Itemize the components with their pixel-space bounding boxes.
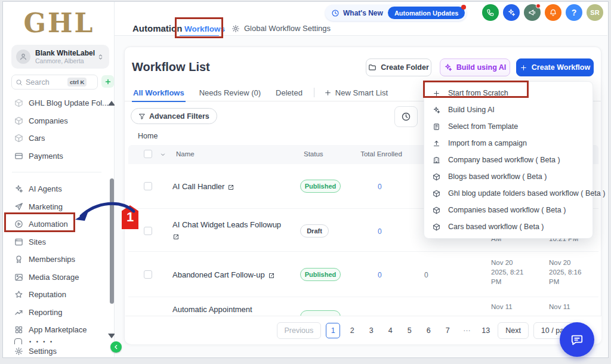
menu-item-cars-based-workflow[interactable]: Cars based workflow ( Beta ) (424, 218, 593, 235)
create-folder-button[interactable]: Create Folder (366, 58, 431, 76)
funnel-icon (138, 112, 146, 121)
menu-item-ghl-blog-folders-workflow[interactable]: Ghl blog update folders based workflow (… (424, 185, 593, 202)
notification-dot (461, 5, 466, 10)
sidebar-item-settings[interactable]: Settings (4, 343, 110, 360)
topbar: Automation Workflows Global Workflow Set… (115, 2, 607, 36)
page-number[interactable]: 6 (421, 323, 436, 338)
sidebar-item-ai-agents[interactable]: AI Agents (4, 180, 110, 198)
automation-updates-badge[interactable]: Automation Updates (388, 7, 465, 19)
page-number[interactable]: 1 (326, 323, 340, 338)
workflow-name[interactable]: Abandoned Cart Follow-up (172, 270, 265, 279)
menu-item-companies-based-workflow[interactable]: Companies based workflow ( Beta ) (424, 202, 593, 218)
tabs-divider (314, 88, 314, 97)
sidebar-item-memberships[interactable]: Memberships (4, 251, 110, 269)
chat-fab-button[interactable] (560, 322, 594, 357)
created-date: Nov 11 (491, 302, 513, 311)
history-button[interactable] (394, 106, 418, 127)
col-name: Name (176, 150, 195, 158)
page-number[interactable]: 5 (402, 323, 416, 338)
cube-icon (433, 190, 448, 198)
col-enrolled: Total Enrolled (357, 150, 405, 158)
status-badge: Draft (300, 224, 329, 237)
search-box[interactable]: ctrl K (11, 75, 98, 90)
brand-logo: GHL (4, 8, 115, 38)
sidebar-item-reputation[interactable]: Reputation (4, 286, 110, 304)
tab-all-workflows[interactable]: All Workflows (133, 88, 184, 97)
notifications-button[interactable] (545, 4, 561, 21)
menu-item-blogs-based-workflow[interactable]: Blogs based workflow ( Beta ) (424, 168, 593, 185)
user-avatar[interactable]: SR (587, 4, 603, 21)
announcements-button[interactable] (524, 4, 541, 21)
sidebar-item-reporting[interactable]: Reporting (4, 304, 110, 322)
select-all-checkbox[interactable] (144, 150, 152, 158)
status-badge: Published (300, 268, 341, 281)
whats-new-pill[interactable]: What's New Automation Updates (325, 5, 467, 21)
status-badge: Published (300, 180, 341, 193)
sidebar-item-app-marketplace[interactable]: App Marketplace (4, 321, 110, 339)
search-input[interactable] (26, 78, 67, 87)
previous-page-button[interactable]: Previous (277, 322, 322, 339)
page-title: Workflow List (132, 60, 210, 74)
gear-icon (232, 24, 240, 33)
next-page-button[interactable]: Next (498, 322, 529, 339)
page-number[interactable]: 13 (479, 323, 493, 338)
menu-item-company-based-workflow[interactable]: Company based workflow ( Beta ) (424, 152, 593, 168)
new-smart-list-button[interactable]: New Smart List (324, 88, 388, 97)
row-checkbox[interactable] (144, 270, 152, 279)
sidebar-collapse-button[interactable] (110, 341, 122, 353)
page-number[interactable]: 4 (383, 323, 397, 338)
menu-item-start-from-scratch[interactable]: Start from Scratch (424, 85, 593, 101)
build-using-ai-button[interactable]: Build using AI (440, 58, 510, 76)
sidebar-item-ghl-blog-update-folder[interactable]: GHL Blog Update Fol... (4, 94, 110, 112)
ai-sparkle-button[interactable] (503, 4, 520, 21)
grid-icon (14, 325, 29, 334)
menu-item-build-using-ai[interactable]: Build Using AI (424, 101, 593, 118)
phone-button[interactable] (482, 4, 499, 21)
workflow-name[interactable]: AI Call Handler (172, 182, 224, 191)
page-number[interactable]: 7 (440, 323, 455, 338)
table-row[interactable]: Abandoned Cart Follow-up Published 0 0 N… (128, 251, 598, 297)
external-link-icon[interactable] (268, 270, 275, 279)
image-icon (14, 273, 29, 282)
account-switcher[interactable]: Blank WhiteLabel Canmore, Alberta (11, 45, 109, 69)
menu-item-import-from-campaign[interactable]: Import from a campaign (424, 135, 593, 152)
sidebar-divider (12, 172, 101, 172)
sidebar-nav: GHL Blog Update Fol... Companies Cars Pa… (4, 94, 110, 339)
chevron-down-icon[interactable] (159, 150, 166, 158)
sidebar-item-payments[interactable]: Payments (4, 147, 110, 165)
page-number[interactable]: 2 (345, 323, 359, 338)
template-icon (433, 123, 448, 131)
chevron-updown-icon (97, 51, 104, 62)
sidebar-item-cars[interactable]: Cars (4, 129, 110, 147)
advanced-filters-button[interactable]: Advanced Filters (131, 108, 217, 124)
sidebar-scrollbar[interactable] (110, 178, 114, 304)
building-icon (433, 156, 448, 164)
tab-workflows[interactable]: Workflows (184, 24, 225, 33)
table-row[interactable]: Automatic Appointment Nov 11 Nov 11 (128, 297, 598, 316)
sidebar-item-marketing[interactable]: Marketing (4, 198, 110, 216)
row-checkbox[interactable] (144, 182, 152, 190)
cube-icon (433, 223, 448, 231)
sidebar-item-companies[interactable]: Companies (4, 112, 110, 130)
account-avatar-icon (16, 50, 30, 64)
tab-deleted[interactable]: Deleted (276, 88, 303, 97)
sidebar-item-automation[interactable]: Automation (4, 215, 110, 233)
external-link-icon[interactable] (172, 232, 180, 240)
row-checkbox[interactable] (144, 227, 152, 235)
page-number[interactable]: 3 (364, 323, 378, 338)
sidebar-item-sites[interactable]: Sites (4, 233, 110, 251)
quick-add-button[interactable] (101, 75, 114, 88)
tab-needs-review[interactable]: Needs Review (0) (199, 88, 261, 97)
menu-item-select-from-template[interactable]: Select from Template (424, 118, 593, 135)
star-icon (14, 290, 29, 299)
workflow-name[interactable]: Automatic Appointment (172, 305, 252, 314)
create-workflow-dropdown: Start from Scratch Build Using AI Select… (424, 81, 593, 239)
help-button[interactable]: ? (566, 4, 582, 21)
workflow-name[interactable]: AI Chat Widget Leads Followup (172, 220, 281, 229)
sidebar-item-media-storage[interactable]: Media Storage (4, 269, 110, 286)
external-link-icon[interactable] (227, 182, 234, 191)
global-workflow-settings-link[interactable]: Global Workflow Settings (232, 24, 331, 33)
updated-date: Nov 20 2025, 8:16 PM (549, 258, 581, 286)
create-workflow-button[interactable]: Create Workflow (516, 58, 594, 76)
account-location: Canmore, Alberta (35, 57, 97, 64)
